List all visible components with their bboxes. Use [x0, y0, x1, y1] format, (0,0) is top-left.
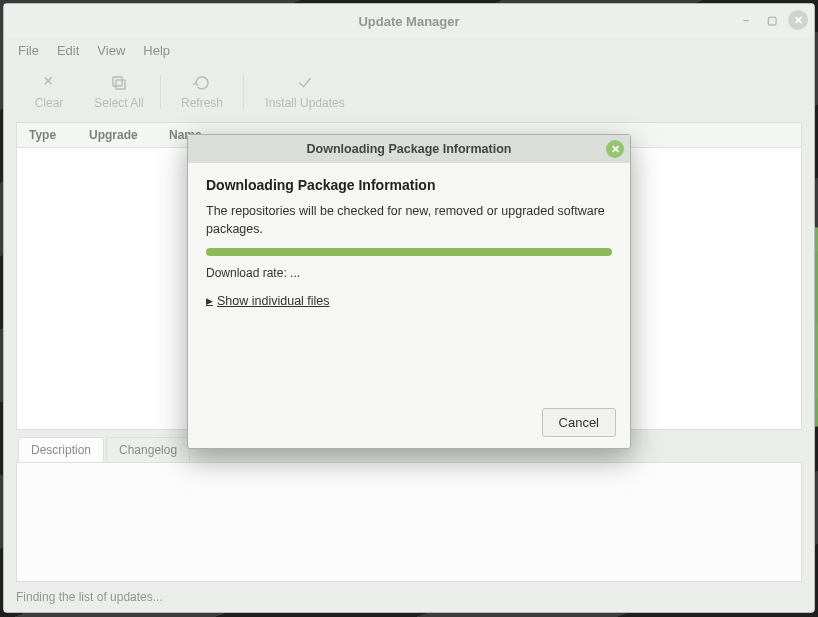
dialog-footer: Cancel	[188, 396, 630, 448]
dialog-title: Downloading Package Information	[307, 142, 512, 156]
dialog-body: Downloading Package Information The repo…	[188, 163, 630, 396]
dialog-description: The repositories will be checked for new…	[206, 203, 612, 238]
progress-bar	[206, 248, 612, 256]
expander-triangle-icon: ▶	[206, 296, 213, 306]
expander-label: Show individual files	[217, 294, 330, 308]
cancel-button[interactable]: Cancel	[542, 408, 616, 437]
show-files-expander[interactable]: ▶ Show individual files	[206, 294, 612, 308]
download-rate: Download rate: ...	[206, 266, 612, 280]
dialog-heading: Downloading Package Information	[206, 177, 612, 193]
dialog-titlebar[interactable]: Downloading Package Information ✕	[188, 135, 630, 163]
download-dialog: Downloading Package Information ✕ Downlo…	[187, 134, 631, 449]
dialog-close-button[interactable]: ✕	[606, 140, 624, 158]
